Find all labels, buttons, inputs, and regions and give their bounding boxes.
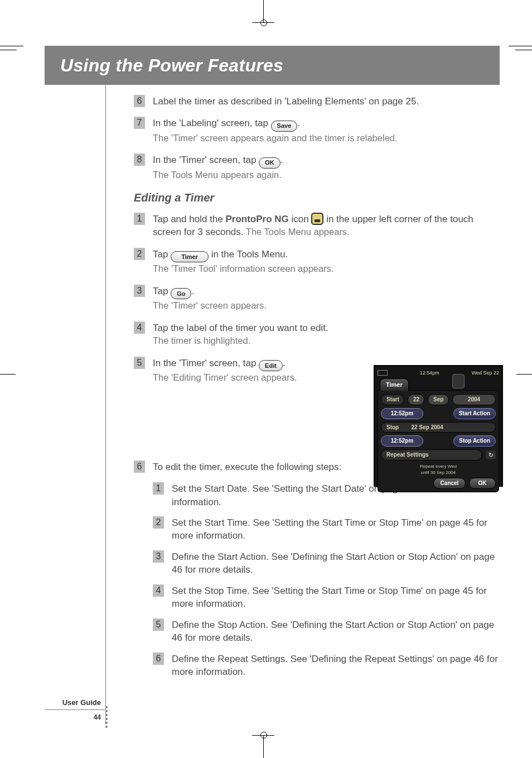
substep-text: Set the Start Time. See 'Setting the Sta… [172, 517, 487, 541]
step-sub: The 'Editing Timer' screen appears. [153, 372, 297, 382]
stop-action-button[interactable]: Stop Action [453, 435, 496, 447]
step-sub: The timer is highlighted. [153, 335, 250, 346]
start-time[interactable]: 12:52pm [381, 408, 423, 419]
substep: 4 Set the Stop Time. See 'Setting the St… [153, 584, 500, 611]
step-text-post: . [280, 155, 283, 165]
content-area: 6 Label the timer as described in 'Label… [106, 85, 500, 725]
step-text-mid: icon [289, 214, 312, 224]
substep-text: Define the Stop Action. See 'Defining th… [172, 620, 494, 643]
step: 8 In the 'Timer' screen, tap OK. The Too… [134, 153, 500, 181]
page-number: 44 [45, 713, 101, 721]
substep-number: 2 [153, 516, 164, 529]
battery-icon [378, 370, 388, 376]
step-text-post: . [191, 286, 194, 296]
tool-icon[interactable] [452, 374, 465, 388]
step-sub: The Tools Menu appears. [244, 227, 350, 237]
step: 2 Tap Timer in the Tools Menu. The 'Time… [134, 248, 500, 276]
start-year[interactable]: 2004 [452, 394, 496, 405]
substep-number: 3 [153, 550, 164, 563]
step-sub: The 'Timer Tool' information screen appe… [153, 263, 334, 274]
step-text-pre: In the 'Labeling' screen, tap [153, 118, 271, 128]
substep-number: 6 [153, 653, 164, 665]
go-button-icon: Go [171, 288, 191, 299]
step-text-post: in the Tools Menu. [211, 249, 288, 260]
timer-tab[interactable]: Timer [380, 378, 409, 391]
step-text: Tap the label of the timer you want to e… [153, 323, 328, 333]
device-date: Wed Sep 22 [472, 370, 499, 376]
cancel-button[interactable]: Cancel [433, 478, 466, 489]
step-text-post: . [297, 118, 300, 128]
section-title: Editing a Timer [134, 190, 500, 206]
step: 5 In the 'Timer' screen, tap Edit. The '… [134, 357, 346, 385]
step-sub: The 'Timer' screen appears. [153, 300, 267, 310]
step-text-pre: Tap [153, 286, 171, 296]
substep: 3 Define the Start Action. See 'Defining… [153, 550, 500, 577]
step-number: 6 [134, 95, 145, 107]
start-action-button[interactable]: Start Action [453, 408, 496, 419]
chapter-title: Using the Power Features [60, 55, 283, 76]
step-number: 7 [134, 117, 145, 129]
bold-text: ProntoPro NG [225, 214, 288, 224]
step-sub: The Tools Menu appears again. [153, 170, 282, 180]
step: 7 In the 'Labeling' screen, tap Save. Th… [134, 117, 500, 145]
step-number: 6 [134, 460, 145, 473]
step-number: 5 [134, 357, 145, 369]
timer-button-icon: Timer [171, 251, 209, 262]
step: 4 Tap the label of the timer you want to… [134, 322, 500, 348]
substep-text: Define the Repeat Settings. See 'Definin… [172, 654, 498, 677]
step: 3 Tap Go. The 'Timer' screen appears. [134, 285, 500, 313]
step: 6 Label the timer as described in 'Label… [134, 95, 500, 108]
prontopro-icon [311, 213, 323, 225]
step-text-pre: In the 'Timer' screen, tap [153, 155, 259, 165]
step-number: 4 [134, 322, 145, 334]
stop-time[interactable]: 12:52pm [381, 435, 423, 447]
step-number: 2 [134, 248, 145, 260]
step-text-pre: In the 'Timer' screen, tap [153, 358, 259, 368]
substep: 2 Set the Start Time. See 'Setting the S… [153, 516, 500, 543]
repeat-icon[interactable]: ↻ [486, 450, 496, 459]
step-text: Label the timer as described in 'Labelin… [153, 96, 419, 107]
ok-button[interactable]: OK [469, 478, 496, 489]
substeps: 1 Set the Start Date. See 'Setting the S… [153, 482, 500, 678]
start-month[interactable]: Sep [428, 394, 449, 405]
substep-number: 1 [153, 482, 164, 495]
step-number: 8 [134, 153, 145, 166]
repeat-detail: Repeat every Wed until 30 Sep 2004 [381, 463, 496, 476]
substep: 6 Define the Repeat Settings. See 'Defin… [153, 653, 500, 679]
step: 6 To edit the timer, execute the followi… [134, 460, 357, 473]
step-text: To edit the timer, execute the following… [153, 462, 341, 472]
edit-button-icon: Edit [259, 360, 283, 371]
substep-number: 5 [153, 618, 164, 631]
repeat-settings-label[interactable]: Repeat Settings [381, 449, 482, 460]
step-text-pre: Tap and hold the [153, 214, 225, 224]
save-button-icon: Save [271, 121, 298, 132]
stop-label: Stop 22 Sep 2004 [381, 422, 496, 433]
step-sub: The 'Timer' screen appears again and the… [153, 133, 398, 143]
start-day[interactable]: 22 [408, 394, 424, 405]
substep: 5 Define the Stop Action. See 'Defining … [153, 618, 500, 645]
step-number: 3 [134, 285, 145, 297]
step-text-pre: Tap [153, 249, 171, 260]
device-screenshot: 12:54pm Wed Sep 22 Timer Start 22 Sep 20… [374, 365, 503, 487]
substep-number: 4 [153, 584, 164, 597]
ok-button-icon: OK [259, 157, 280, 169]
step: 1 Tap and hold the ProntoPro NG icon in … [134, 213, 500, 239]
sidebar: User Guide 44 [45, 85, 106, 725]
chapter-header: Using the Power Features [45, 46, 500, 85]
start-label: Start [381, 394, 404, 405]
substep-text: Set the Stop Time. See 'Setting the Star… [172, 586, 487, 609]
guide-label: User Guide [45, 698, 105, 710]
substep-text: Define the Start Action. See 'Defining t… [172, 551, 495, 575]
step-number: 1 [134, 213, 145, 225]
step-text-post: . [283, 358, 286, 368]
